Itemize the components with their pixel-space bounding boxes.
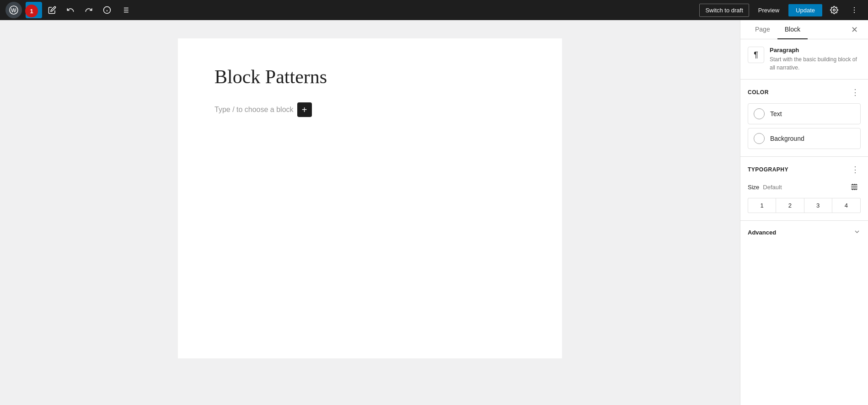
font-size-2[interactable]: 2 [776, 198, 804, 213]
size-row: Size Default [748, 181, 861, 193]
typography-more-button[interactable]: ⋮ [850, 164, 861, 175]
svg-point-12 [854, 7, 855, 8]
paragraph-icon: ¶ [748, 47, 764, 63]
tab-page[interactable]: Page [748, 20, 777, 39]
background-color-circle [754, 133, 765, 144]
svg-point-14 [854, 12, 855, 13]
block-name: Paragraph [770, 47, 861, 53]
sidebar-tabs: Page Block ✕ [740, 20, 868, 39]
font-size-3[interactable]: 3 [804, 198, 832, 213]
svg-text:W: W [11, 7, 16, 14]
advanced-header[interactable]: Advanced [748, 228, 861, 237]
block-description: Start with the basic building block of a… [770, 55, 861, 72]
info-button[interactable] [99, 2, 115, 18]
toolbar: W + [0, 0, 868, 20]
advanced-title: Advanced [748, 229, 776, 236]
typography-section: Typography ⋮ Size Default 1 2 3 4 [740, 157, 868, 221]
edit-mode-button[interactable] [44, 2, 60, 18]
wp-logo-button[interactable]: W [5, 2, 22, 18]
typography-section-title: Typography [748, 166, 788, 173]
font-size-grid: 1 2 3 4 [748, 198, 861, 213]
tab-group: Page Block [748, 20, 808, 39]
main-layout: Block Patterns Type / to choose a block … [0, 20, 868, 405]
tab-block[interactable]: Block [777, 20, 808, 39]
svg-point-11 [833, 9, 836, 11]
background-color-label: Background [770, 135, 804, 142]
block-placeholder[interactable]: Type / to choose a block + [214, 102, 525, 117]
update-button[interactable]: Update [788, 4, 822, 16]
color-more-button[interactable]: ⋮ [850, 87, 861, 98]
color-section-title: Color [748, 89, 769, 96]
size-control-button[interactable] [848, 181, 861, 193]
text-color-option[interactable]: Text [748, 103, 861, 124]
undo-button[interactable] [62, 2, 79, 18]
advanced-section: Advanced [740, 221, 868, 244]
add-block-inline-button[interactable]: + [297, 102, 312, 117]
typography-section-header: Typography ⋮ [748, 164, 861, 175]
more-options-button[interactable] [846, 2, 863, 18]
settings-button[interactable] [826, 2, 842, 18]
placeholder-text: Type / to choose a block [214, 106, 294, 114]
font-size-1[interactable]: 1 [748, 198, 776, 213]
color-section: Color ⋮ Text Background [740, 80, 868, 157]
chevron-down-icon [853, 228, 861, 237]
sidebar-close-button[interactable]: ✕ [848, 23, 861, 36]
size-value: Default [763, 184, 782, 191]
notification-badge[interactable]: 1 [25, 5, 38, 17]
font-size-4[interactable]: 4 [832, 198, 860, 213]
text-color-label: Text [770, 110, 782, 117]
sidebar: Page Block ✕ ¶ Paragraph Start with the … [740, 20, 868, 405]
text-color-circle [754, 108, 765, 119]
size-label: Size [748, 184, 759, 191]
page-title[interactable]: Block Patterns [214, 66, 525, 88]
svg-point-13 [854, 10, 855, 11]
color-section-header: Color ⋮ [748, 87, 861, 98]
toolbar-right: Switch to draft Preview Update [699, 2, 863, 18]
editor-area: Block Patterns Type / to choose a block … [0, 20, 740, 405]
block-info: ¶ Paragraph Start with the basic buildin… [740, 39, 868, 80]
list-view-button[interactable] [117, 2, 134, 18]
redo-button[interactable] [80, 2, 97, 18]
background-color-option[interactable]: Background [748, 128, 861, 149]
toolbar-left: W + [5, 2, 697, 18]
block-details: Paragraph Start with the basic building … [770, 47, 861, 72]
editor-content: Block Patterns Type / to choose a block … [178, 38, 562, 358]
switch-to-draft-button[interactable]: Switch to draft [699, 4, 749, 17]
preview-button[interactable]: Preview [753, 4, 785, 16]
